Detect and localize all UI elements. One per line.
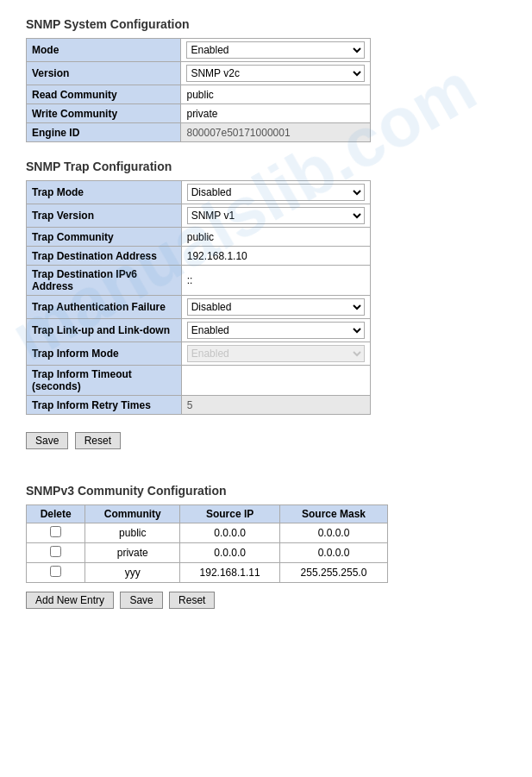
table-row: Trap Mode Disabled Enabled — [27, 181, 371, 204]
table-row: Engine ID 800007e50171000001 — [27, 123, 371, 142]
trap-version-value[interactable]: SNMP v1 SNMP v2c SNMP v3 — [181, 204, 370, 228]
snmp-trap-title: SNMP Trap Configuration — [26, 160, 506, 173]
mode-select[interactable]: Enabled Disabled — [186, 41, 365, 59]
trap-mode-select[interactable]: Disabled Enabled — [187, 184, 365, 201]
trap-mode-label: Trap Mode — [27, 181, 182, 204]
snmpv3-community-section: SNMPv3 Community Configuration Delete Co… — [26, 484, 506, 609]
add-new-entry-button[interactable]: Add New Entry — [26, 592, 114, 609]
trap-inform-retry-label: Trap Inform Retry Times — [27, 396, 182, 415]
trap-dest-addr-input[interactable] — [187, 250, 365, 262]
trap-linkupdown-select[interactable]: Enabled Disabled — [187, 322, 365, 339]
trap-inform-timeout-value[interactable] — [181, 366, 370, 396]
snmpv3-community-title: SNMPv3 Community Configuration — [26, 484, 506, 498]
delete-checkbox-cell[interactable] — [27, 543, 85, 563]
trap-button-row: Save Reset — [26, 432, 506, 449]
table-row: Trap Destination Address — [27, 247, 371, 266]
table-row: Trap Community — [27, 228, 371, 247]
trap-version-select[interactable]: SNMP v1 SNMP v2c SNMP v3 — [187, 207, 365, 224]
trap-dest-ipv6-value[interactable] — [181, 266, 370, 296]
write-community-input[interactable] — [186, 108, 365, 120]
source-ip-public: 0.0.0.0 — [180, 523, 280, 543]
trap-inform-timeout-label: Trap Inform Timeout (seconds) — [27, 366, 182, 396]
table-row: Trap Inform Timeout (seconds) — [27, 366, 371, 396]
mode-value[interactable]: Enabled Disabled — [181, 39, 371, 62]
trap-dest-ipv6-input[interactable] — [187, 274, 365, 286]
delete-checkbox-private[interactable] — [50, 546, 61, 557]
community-name-yyy: yyy — [85, 563, 180, 583]
source-mask-private: 0.0.0.0 — [279, 543, 387, 563]
trap-linkupdown-label: Trap Link-up and Link-down — [27, 319, 182, 342]
write-community-value[interactable] — [181, 104, 371, 123]
table-row: Write Community — [27, 104, 371, 123]
source-ip-yyy: 192.168.1.11 — [180, 563, 280, 583]
table-row: Trap Destination IPv6 Address — [27, 266, 371, 296]
trap-mode-value[interactable]: Disabled Enabled — [181, 181, 370, 204]
table-row: Mode Enabled Disabled — [27, 39, 371, 62]
col-delete: Delete — [27, 505, 85, 523]
table-row: Trap Version SNMP v1 SNMP v2c SNMP v3 — [27, 204, 371, 228]
snmp-system-section: SNMP System Configuration Mode Enabled D… — [26, 17, 506, 142]
read-community-input[interactable] — [186, 89, 365, 101]
delete-checkbox-cell[interactable] — [27, 523, 85, 543]
community-save-button[interactable]: Save — [120, 592, 162, 609]
trap-inform-mode-label: Trap Inform Mode — [27, 342, 182, 366]
source-mask-public: 0.0.0.0 — [279, 523, 387, 543]
trap-dest-addr-value[interactable] — [181, 247, 370, 266]
table-row: Trap Authentication Failure Disabled Ena… — [27, 296, 371, 319]
col-source-ip: Source IP — [180, 505, 280, 523]
version-select[interactable]: SNMP v1 SNMP v2c SNMP v3 — [186, 65, 365, 82]
trap-auth-failure-label: Trap Authentication Failure — [27, 296, 182, 319]
trap-community-input[interactable] — [187, 231, 365, 243]
snmp-trap-section: SNMP Trap Configuration Trap Mode Disabl… — [26, 160, 506, 449]
snmp-system-table: Mode Enabled Disabled Version SNMP v1 SN… — [26, 38, 371, 142]
engine-id-label: Engine ID — [27, 123, 181, 142]
table-header-row: Delete Community Source IP Source Mask — [27, 505, 388, 523]
col-community: Community — [85, 505, 180, 523]
trap-dest-ipv6-label: Trap Destination IPv6 Address — [27, 266, 182, 296]
trap-reset-button[interactable]: Reset — [75, 432, 121, 449]
version-value[interactable]: SNMP v1 SNMP v2c SNMP v3 — [181, 62, 371, 85]
trap-dest-addr-label: Trap Destination Address — [27, 247, 182, 266]
community-reset-button[interactable]: Reset — [169, 592, 215, 609]
table-row: Trap Inform Retry Times 5 — [27, 396, 371, 415]
mode-label: Mode — [27, 39, 181, 62]
community-name-private: private — [85, 543, 180, 563]
list-item: yyy 192.168.1.11 255.255.255.0 — [27, 563, 388, 583]
trap-inform-mode-value: Enabled — [181, 342, 370, 366]
source-ip-private: 0.0.0.0 — [180, 543, 280, 563]
table-row: Trap Link-up and Link-down Enabled Disab… — [27, 319, 371, 342]
snmpv3-community-table: Delete Community Source IP Source Mask p… — [26, 504, 388, 583]
community-name-public: public — [85, 523, 180, 543]
trap-inform-mode-select: Enabled — [187, 345, 365, 362]
trap-inform-timeout-input[interactable] — [187, 374, 365, 386]
col-source-mask: Source Mask — [279, 505, 387, 523]
trap-version-label: Trap Version — [27, 204, 182, 228]
delete-checkbox-public[interactable] — [50, 526, 61, 537]
trap-auth-failure-value[interactable]: Disabled Enabled — [181, 296, 370, 319]
list-item: public 0.0.0.0 0.0.0.0 — [27, 523, 388, 543]
list-item: private 0.0.0.0 0.0.0.0 — [27, 543, 388, 563]
version-label: Version — [27, 62, 181, 85]
trap-inform-retry-value: 5 — [181, 396, 370, 415]
delete-checkbox-cell[interactable] — [27, 563, 85, 583]
trap-auth-failure-select[interactable]: Disabled Enabled — [187, 298, 365, 316]
write-community-label: Write Community — [27, 104, 181, 123]
snmp-trap-table: Trap Mode Disabled Enabled Trap Version … — [26, 180, 371, 415]
read-community-label: Read Community — [27, 85, 181, 104]
community-button-row: Add New Entry Save Reset — [26, 592, 506, 609]
source-mask-yyy: 255.255.255.0 — [279, 563, 387, 583]
engine-id-value: 800007e50171000001 — [181, 123, 371, 142]
snmp-system-title: SNMP System Configuration — [26, 17, 506, 31]
trap-community-label: Trap Community — [27, 228, 182, 247]
table-row: Read Community — [27, 85, 371, 104]
delete-checkbox-yyy[interactable] — [50, 566, 61, 577]
trap-community-value[interactable] — [181, 228, 370, 247]
trap-linkupdown-value[interactable]: Enabled Disabled — [181, 319, 370, 342]
read-community-value[interactable] — [181, 85, 371, 104]
trap-save-button[interactable]: Save — [26, 432, 68, 449]
table-row: Version SNMP v1 SNMP v2c SNMP v3 — [27, 62, 371, 85]
table-row: Trap Inform Mode Enabled — [27, 342, 371, 366]
